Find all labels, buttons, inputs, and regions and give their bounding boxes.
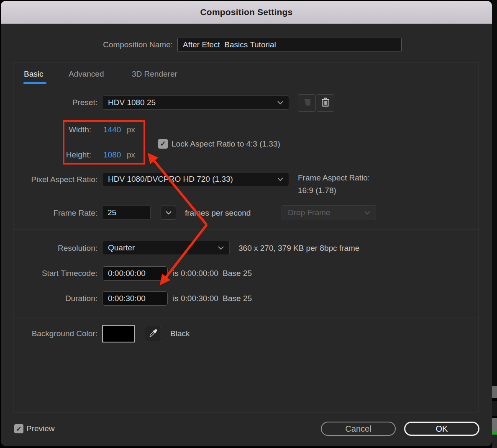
- width-value[interactable]: 1440: [103, 125, 121, 134]
- duration-info: is 0:00:30:00 Base 25: [173, 294, 252, 303]
- width-label: Width:: [59, 125, 91, 134]
- checkmark-icon: ✓: [16, 425, 22, 433]
- pixel-aspect-ratio-value: HDV 1080/DVCPRO HD 720 (1.33): [102, 175, 277, 184]
- resolution-value: Quarter: [102, 243, 218, 252]
- start-timecode-info: is 0:00:00:00 Base 25: [173, 269, 252, 278]
- timeline-row: [492, 418, 497, 431]
- frame-rate-input[interactable]: [102, 206, 151, 220]
- eyedropper-icon: [148, 328, 158, 340]
- composition-name-input[interactable]: [177, 38, 402, 52]
- pixel-aspect-ratio-label: Pixel Aspect Ratio:: [13, 175, 97, 184]
- delete-preset-button[interactable]: [317, 94, 334, 112]
- frame-aspect-ratio-label: Frame Aspect Ratio:: [298, 173, 370, 183]
- start-timecode-input[interactable]: [102, 266, 168, 281]
- save-preset-button[interactable]: [298, 94, 316, 112]
- chevron-down-icon: [166, 209, 172, 216]
- duration-input[interactable]: [102, 291, 168, 306]
- tab-3d-renderer[interactable]: 3D Renderer: [132, 70, 177, 79]
- settings-panel: [13, 62, 479, 412]
- lock-aspect-ratio-checkbox[interactable]: ✓: [158, 139, 168, 149]
- cancel-button[interactable]: Cancel: [321, 422, 396, 436]
- ok-button[interactable]: OK: [404, 422, 479, 436]
- height-unit: px: [127, 150, 135, 160]
- resolution-label: Resolution:: [13, 244, 97, 253]
- timeline-row: [492, 386, 497, 398]
- background-color-name: Black: [170, 329, 190, 338]
- dialog-titlebar[interactable]: Composition Settings: [1, 1, 492, 24]
- drop-frame-value: Drop Frame: [282, 208, 364, 217]
- frame-rate-label: Frame Rate:: [13, 209, 97, 218]
- background-app-timeline-strip: [492, 0, 497, 448]
- tab-basic-active-underline: [23, 82, 46, 84]
- save-preset-icon: [302, 97, 312, 109]
- composition-settings-dialog-screen: Composition Settings Composition Name: B…: [0, 0, 497, 448]
- trash-icon: [321, 97, 330, 109]
- section-divider: [13, 317, 479, 317]
- timeline-row: [492, 401, 497, 416]
- tab-basic[interactable]: Basic: [24, 70, 43, 79]
- eyedropper-button[interactable]: [145, 326, 161, 342]
- resolution-info: 360 x 270, 379 KB per 8bpc frame: [238, 244, 359, 253]
- background-color-label: Background Color:: [13, 329, 97, 338]
- preview-checkbox[interactable]: ✓: [14, 424, 23, 433]
- lock-aspect-ratio-label: Lock Aspect Ratio to 4:3 (1.33): [172, 139, 280, 149]
- drop-frame-select[interactable]: Drop Frame: [282, 205, 376, 220]
- chevron-down-icon: [277, 175, 283, 183]
- composition-name-label: Composition Name:: [63, 40, 173, 49]
- chevron-down-icon: [277, 99, 283, 106]
- start-timecode-label: Start Timecode:: [13, 269, 97, 278]
- chevron-down-icon: [218, 244, 224, 252]
- pixel-aspect-ratio-select[interactable]: HDV 1080/DVCPRO HD 720 (1.33): [102, 172, 289, 186]
- frame-aspect-ratio-value: 16:9 (1.78): [298, 186, 336, 195]
- preview-label: Preview: [26, 424, 55, 433]
- dialog-title: Composition Settings: [200, 7, 293, 17]
- duration-label: Duration:: [13, 294, 97, 303]
- height-label: Height:: [59, 150, 91, 160]
- timeline-gap: [492, 398, 497, 401]
- preset-label: Preset:: [13, 98, 97, 107]
- background-color-swatch[interactable]: [102, 325, 135, 342]
- section-divider: [13, 229, 479, 229]
- tab-advanced[interactable]: Advanced: [69, 70, 104, 79]
- chevron-down-icon: [364, 209, 370, 216]
- resolution-select[interactable]: Quarter: [102, 241, 230, 255]
- width-unit: px: [127, 125, 135, 134]
- preset-select[interactable]: HDV 1080 25: [102, 95, 289, 110]
- timeline-green-bar: [492, 431, 497, 435]
- preset-value: HDV 1080 25: [102, 98, 277, 107]
- timeline-row: [492, 435, 497, 448]
- frame-rate-dropdown-button[interactable]: [161, 206, 176, 220]
- frames-per-second-label: frames per second: [185, 209, 251, 218]
- checkmark-icon: ✓: [160, 139, 166, 148]
- height-value[interactable]: 1080: [103, 150, 121, 160]
